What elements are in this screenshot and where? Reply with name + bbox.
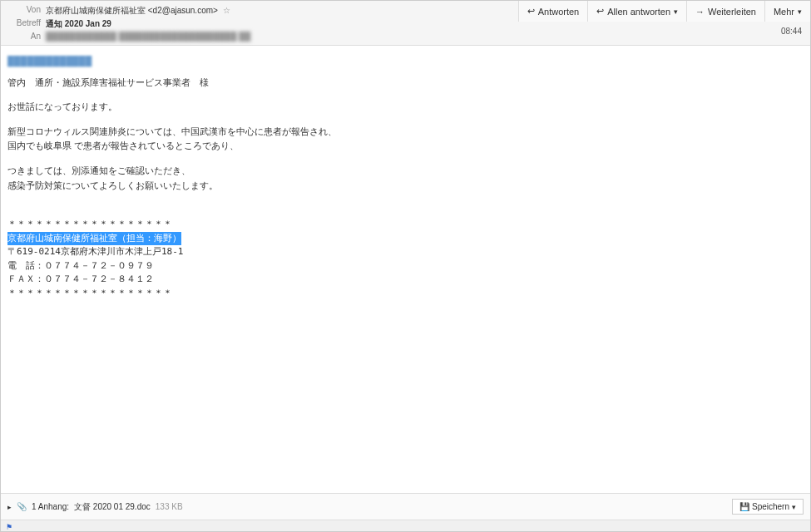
status-flag-icon[interactable]: ⚑ (6, 523, 12, 531)
email-header: Von 京都府山城南保健所福祉室 <d2@ajasun.com> ☆ Betre… (1, 1, 810, 46)
signature-stars-top: ＊＊＊＊＊＊＊＊＊＊＊＊＊＊＊＊＊＊ (7, 218, 804, 232)
signature-stars-bottom: ＊＊＊＊＊＊＊＊＊＊＊＊＊＊＊＊＊＊ (7, 287, 804, 301)
attachment-size: 133 KB (156, 502, 183, 511)
subject-label: Betreff (7, 18, 41, 30)
content-para1: 新型コロナウィルス関連肺炎については、中国武漢市を中心に患者が報告され、 国内で… (7, 125, 804, 154)
content-line3b: 国内でも岐阜県 で患者が報告されているところであり、 (7, 140, 239, 150)
more-button[interactable]: Mehr ▾ (764, 1, 810, 22)
star-icon[interactable]: ☆ (223, 6, 230, 15)
email-body: █████████████ 管内 通所・施設系障害福祉サービス事業者 様 お世話… (1, 46, 810, 493)
content-line4b: 感染予防対策についてよろしくお願いいたします。 (7, 180, 218, 190)
save-attachment-button[interactable]: 💾 Speichern ▾ (732, 499, 804, 515)
more-label: Mehr (774, 7, 794, 17)
chevron-right-icon[interactable]: ▸ (7, 503, 12, 511)
save-icon: 💾 (739, 502, 749, 511)
reply-all-icon: ↩ (596, 6, 604, 17)
timestamp: 08:44 (518, 22, 810, 41)
forward-label: Weiterleiten (708, 7, 756, 17)
reply-button[interactable]: ↩ Antworten (518, 1, 588, 22)
from-text: 京都府山城南保健所福祉室 <d2@ajasun.com> (46, 6, 218, 15)
signature-fax: ＦＡＸ：０７７４－７２－８４１２ (7, 273, 804, 287)
body-top-link[interactable]: █████████████ (7, 54, 91, 69)
chevron-down-icon: ▾ (674, 7, 678, 16)
chevron-down-icon: ▾ (792, 503, 796, 511)
attachment-count-label: 1 Anhang: (32, 502, 69, 511)
intro-line: お世話になっております。 (7, 100, 804, 115)
reply-icon: ↩ (527, 6, 535, 17)
forward-icon: → (695, 7, 705, 17)
reply-all-button[interactable]: ↩ Allen antworten ▾ (587, 1, 686, 22)
signature-tel: 電 話：０７７４－７２－０９７９ (7, 259, 804, 273)
subject-value: 通知 2020 Jan 29 (46, 18, 111, 30)
from-value: 京都府山城南保健所福祉室 <d2@ajasun.com> ☆ (46, 5, 230, 17)
content-line4a: つきましては、別添通知をご確認いただき、 (7, 165, 190, 175)
attachment-info[interactable]: ▸ 1 Anhang: 文督 2020 01 29.doc 133 KB (7, 501, 183, 513)
attachment-filename: 文督 2020 01 29.doc (74, 501, 151, 513)
reply-label: Antworten (538, 7, 580, 17)
header-meta: Von 京都府山城南保健所福祉室 <d2@ajasun.com> ☆ Betre… (1, 1, 518, 45)
from-label: Von (7, 5, 41, 17)
content-line3a: 新型コロナウィルス関連肺炎については、中国武漢市を中心に患者が報告され、 (7, 126, 337, 136)
attachment-bar: ▸ 1 Anhang: 文督 2020 01 29.doc 133 KB 💾 S… (1, 493, 810, 520)
reply-all-label: Allen antworten (607, 7, 670, 17)
signature-block: ＊＊＊＊＊＊＊＊＊＊＊＊＊＊＊＊＊＊ 京都府山城南保健所福祉室（担当：海野） 〒… (7, 218, 804, 300)
greeting-line: 管内 通所・施設系障害福祉サービス事業者 様 (7, 76, 804, 91)
content-para2: つきましては、別添通知をご確認いただき、 感染予防対策についてよろしくお願いいた… (7, 164, 804, 193)
chevron-down-icon: ▾ (798, 7, 802, 16)
status-bar: ⚑ (1, 520, 810, 531)
to-value: ████████████ ████████████████████ ██ (46, 32, 250, 41)
signature-highlight: 京都府山城南保健所福祉室（担当：海野） (7, 232, 181, 246)
forward-button[interactable]: → Weiterleiten (686, 1, 764, 22)
signature-address: 〒619-0214京都府木津川市木津上戸18-1 (7, 245, 804, 259)
to-label: An (7, 32, 41, 41)
toolbar: ↩ Antworten ↩ Allen antworten ▾ → Weiter… (518, 1, 810, 45)
paperclip-icon (17, 502, 27, 511)
save-label: Speichern (752, 502, 789, 511)
